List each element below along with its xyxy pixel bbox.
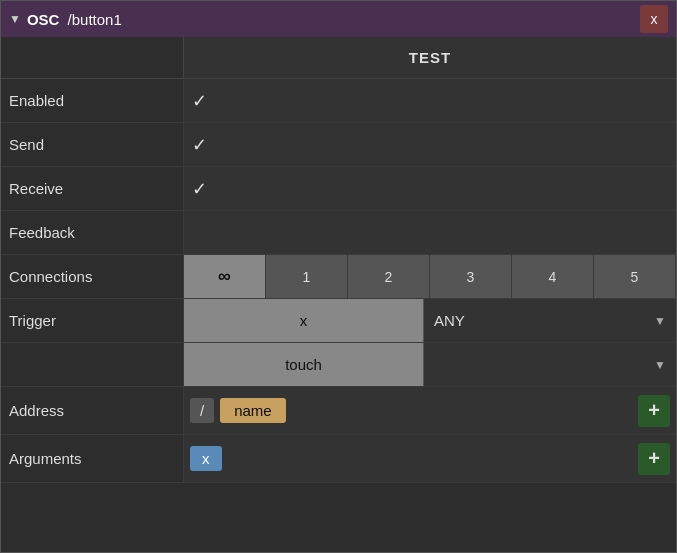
arrow-icon: ▼: [9, 12, 21, 26]
address-slash[interactable]: /: [190, 398, 214, 423]
arguments-label: Arguments: [1, 435, 184, 482]
send-checkbox[interactable]: ✓: [184, 123, 676, 166]
trigger-any-label: ANY: [434, 312, 465, 329]
osc-window: ▼ OSC /button1 x TEST Enabled ✓ Send ✓: [0, 0, 677, 553]
close-button[interactable]: x: [640, 5, 668, 33]
receive-checkbox[interactable]: ✓: [184, 167, 676, 210]
address-add-button[interactable]: +: [638, 395, 670, 427]
feedback-row: Feedback: [1, 211, 676, 255]
arguments-value-area: x +: [184, 435, 676, 482]
trigger-x-button[interactable]: x: [184, 299, 424, 342]
connections-btn-2[interactable]: 2: [348, 255, 430, 298]
infinity-icon: ∞: [218, 266, 231, 287]
send-row: Send ✓: [1, 123, 676, 167]
address-name-token[interactable]: name: [220, 398, 286, 423]
test-row: TEST: [1, 37, 676, 79]
trigger-dropdown-arrow: ▼: [654, 314, 666, 328]
touch-dropdown-arrow: ▼: [654, 358, 666, 372]
touch-row: touch ▼: [1, 343, 676, 387]
connections-row: Connections ∞ 1 2 3 4 5: [1, 255, 676, 299]
receive-label: Receive: [1, 167, 184, 210]
argument-x-token[interactable]: x: [190, 446, 222, 471]
touch-empty-cell: [1, 343, 184, 386]
osc-label: OSC: [27, 11, 60, 28]
receive-row: Receive ✓: [1, 167, 676, 211]
connections-buttons: ∞ 1 2 3 4 5: [184, 255, 676, 298]
path-label: /button1: [68, 11, 122, 28]
send-label: Send: [1, 123, 184, 166]
enabled-check: ✓: [192, 90, 207, 112]
connections-btn-4[interactable]: 4: [512, 255, 594, 298]
touch-button[interactable]: touch: [184, 343, 424, 386]
connections-btn-1[interactable]: 1: [266, 255, 348, 298]
address-row: Address / name +: [1, 387, 676, 435]
feedback-label: Feedback: [1, 211, 184, 254]
feedback-checkbox[interactable]: [184, 211, 676, 254]
connections-btn-infinity[interactable]: ∞: [184, 255, 266, 298]
send-check: ✓: [192, 134, 207, 156]
window-title: OSC /button1: [27, 11, 640, 28]
arguments-add-button[interactable]: +: [638, 443, 670, 475]
titlebar: ▼ OSC /button1 x: [1, 1, 676, 37]
test-label-empty: [1, 37, 184, 78]
connections-btn-5[interactable]: 5: [594, 255, 676, 298]
trigger-row: Trigger x ANY ▼: [1, 299, 676, 343]
test-button[interactable]: TEST: [184, 37, 676, 78]
address-label: Address: [1, 387, 184, 434]
address-value-area: / name +: [184, 387, 676, 434]
connections-btn-3[interactable]: 3: [430, 255, 512, 298]
content-area: TEST Enabled ✓ Send ✓ Receive ✓ Feedback: [1, 37, 676, 552]
receive-check: ✓: [192, 178, 207, 200]
trigger-label: Trigger: [1, 299, 184, 342]
enabled-checkbox[interactable]: ✓: [184, 79, 676, 122]
arguments-row: Arguments x +: [1, 435, 676, 483]
enabled-row: Enabled ✓: [1, 79, 676, 123]
touch-dropdown[interactable]: ▼: [424, 343, 676, 386]
trigger-any-dropdown[interactable]: ANY ▼: [424, 299, 676, 342]
enabled-label: Enabled: [1, 79, 184, 122]
connections-label: Connections: [1, 255, 184, 298]
